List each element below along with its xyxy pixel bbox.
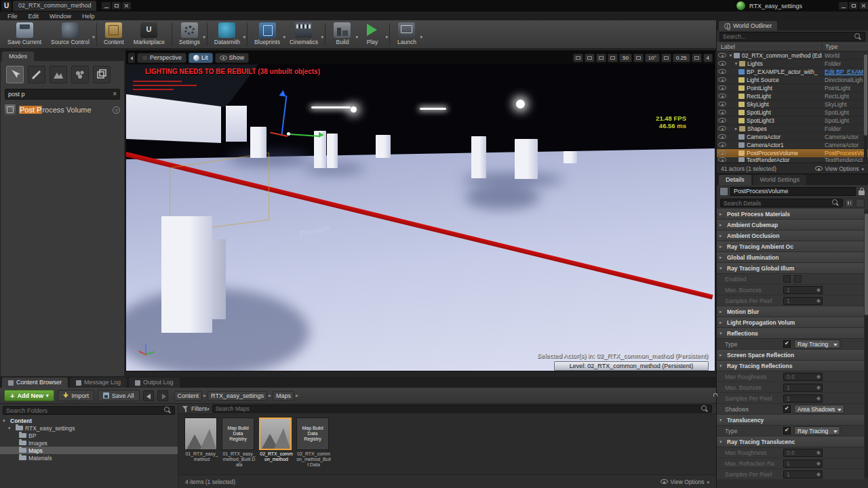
pillar[interactable] <box>564 151 577 163</box>
outliner-row[interactable]: SpotLight3SpotLight <box>717 117 868 125</box>
property-translucency-type[interactable]: TypeRay Tracing <box>717 426 864 436</box>
settings-eye-icon[interactable] <box>856 199 865 207</box>
max-roughness-input[interactable]: 0.6 <box>783 373 823 381</box>
enabled-checkbox[interactable] <box>783 275 791 283</box>
folders-search-input[interactable] <box>6 407 164 414</box>
rect-light[interactable] <box>311 106 351 108</box>
outliner-row[interactable]: TextRenderActorTextRenderAct <box>717 157 868 163</box>
section-motion-blur[interactable]: Motion Blur <box>717 306 864 317</box>
outliner-view-options[interactable]: View Options <box>815 165 864 172</box>
outliner-row[interactable]: LightsFolder <box>717 60 868 68</box>
property-max-roughness[interactable]: Max Roughness0.6 <box>717 447 864 458</box>
section-ray-tracing-reflections[interactable]: Ray Tracing Reflections <box>717 361 864 371</box>
visibility-eye-icon[interactable] <box>718 77 726 82</box>
outliner-row[interactable]: ShapesFolder <box>717 125 868 133</box>
forward-button[interactable] <box>157 390 168 401</box>
gizmo-center[interactable] <box>287 132 290 136</box>
maximize-icon[interactable] <box>112 2 121 9</box>
section-light-propagation-volume[interactable]: Light Propagation Volum <box>717 317 864 328</box>
type-checkbox[interactable] <box>783 340 791 348</box>
outliner-row-selected[interactable]: PostProcessVolumePostProcessVo <box>717 149 868 157</box>
save-current-button[interactable]: Save Current <box>3 22 46 46</box>
asset-tile[interactable]: Map Build Data Registry 01_RTX_easy_meth… <box>222 418 256 468</box>
menu-file[interactable]: File <box>3 13 22 20</box>
add-new-button[interactable]: Add New <box>4 390 54 401</box>
tree-item-bp[interactable]: BP <box>0 432 178 439</box>
tab-message-log[interactable]: Message Log <box>70 378 127 388</box>
property-enabled[interactable]: Enabled <box>717 274 864 285</box>
type-checkbox[interactable] <box>783 427 791 434</box>
level-title-tab[interactable]: 02_RTX_common_method <box>13 1 96 11</box>
reset-box[interactable] <box>794 275 802 283</box>
property-samples-per-pixel[interactable]: Samples Per Pixel1 <box>717 393 864 404</box>
tab-details[interactable]: Details <box>719 175 751 185</box>
section-translucency[interactable]: Translucency <box>717 415 864 426</box>
max-roughness-input[interactable]: 0.6 <box>783 449 823 457</box>
paint-mode-button[interactable] <box>28 66 45 83</box>
section-ray-tracing-ambient-occlusion[interactable]: Ray Tracing Ambient Oc <box>717 241 864 252</box>
camera-speed-value[interactable]: 4 <box>703 54 713 62</box>
tab-world-settings[interactable]: World Settings <box>753 175 806 185</box>
translucency-type-dropdown[interactable]: Ray Tracing <box>794 426 840 435</box>
pillar[interactable] <box>161 216 212 333</box>
tab-modes[interactable]: Modes <box>2 52 34 61</box>
asset-tile[interactable]: Map Build Data Registry 02_RTX_common_me… <box>296 418 331 468</box>
maximize-icon[interactable] <box>849 2 858 9</box>
reflection-type-dropdown[interactable]: Ray Tracing <box>794 340 840 348</box>
datasmith-button[interactable]: Datasmith <box>210 22 245 46</box>
outliner-row[interactable]: PointLightPointLight <box>717 84 868 92</box>
visibility-eye-icon[interactable] <box>718 126 726 131</box>
filters-button[interactable]: Filters <box>191 405 210 412</box>
visibility-eye-icon[interactable] <box>718 53 726 58</box>
tree-item-images[interactable]: Images <box>0 439 178 447</box>
max-bounces-input[interactable]: 1 <box>783 286 823 294</box>
scene-3d[interactable]: LIGHTING NEEDS TO BE REBUILT (38 unbuilt… <box>126 64 715 371</box>
outliner-row[interactable]: 02_RTX_common_method (Editor)World <box>717 52 868 60</box>
settings-button[interactable]: Settings <box>174 22 205 46</box>
marketplace-button[interactable]: Marketplace <box>129 22 170 46</box>
point-light[interactable] <box>516 100 525 108</box>
asset-tile[interactable]: 01_RTX_easy_method <box>184 418 219 468</box>
tab-output-log[interactable]: Output Log <box>129 378 180 388</box>
visibility-eye-icon[interactable] <box>718 150 726 155</box>
chevron-down-icon[interactable] <box>728 53 734 58</box>
rotation-snap-value[interactable]: 10° <box>645 54 660 62</box>
gizmo-x-axis[interactable] <box>270 132 288 137</box>
pillar[interactable] <box>471 136 486 178</box>
tree-item-content-root[interactable]: Content <box>0 417 178 424</box>
visibility-eye-icon[interactable] <box>718 118 726 123</box>
play-button[interactable]: Play <box>357 22 387 46</box>
visibility-eye-icon[interactable] <box>718 142 726 147</box>
outliner-row[interactable]: RectLightRectLight <box>717 92 868 100</box>
breadcrumb-content[interactable]: Content <box>174 391 203 401</box>
minimize-icon[interactable] <box>839 2 848 9</box>
tree-item-materials[interactable]: Materials <box>0 454 178 462</box>
section-post-process-materials[interactable]: Post Process Materials <box>717 209 864 220</box>
camera-icon[interactable] <box>596 54 606 62</box>
close-icon[interactable] <box>859 2 868 9</box>
rect-light[interactable] <box>420 108 446 110</box>
section-global-illumination[interactable]: Global Illumination <box>717 252 864 263</box>
place-mode-button[interactable] <box>6 66 24 83</box>
section-reflections[interactable]: Reflections <box>717 328 864 339</box>
view-mode-button[interactable]: Lit <box>189 53 213 63</box>
show-button[interactable]: Show <box>215 53 250 63</box>
outliner-row[interactable]: CameraActorCameraActor <box>717 133 868 141</box>
foliage-mode-button[interactable] <box>71 66 89 83</box>
maximize-viewport-icon[interactable] <box>573 54 583 62</box>
grid-snap-icon[interactable] <box>608 54 618 62</box>
property-shadows[interactable]: ShadowsArea Shadows <box>717 404 864 415</box>
breadcrumb-project[interactable]: RTX_easy_settings <box>208 391 267 401</box>
build-button[interactable]: Build <box>328 22 357 46</box>
camera-speed-icon[interactable] <box>692 54 702 62</box>
minimize-icon[interactable] <box>102 2 111 9</box>
visibility-eye-icon[interactable] <box>718 85 726 90</box>
details-scrollbar[interactable] <box>865 211 868 478</box>
details-search-input[interactable] <box>724 200 832 207</box>
property-max-bounces[interactable]: Max. Bounces1 <box>717 285 864 296</box>
outliner-scrollbar[interactable] <box>864 53 867 161</box>
visibility-eye-icon[interactable] <box>718 94 726 98</box>
tree-item-maps[interactable]: Maps <box>0 447 178 454</box>
column-type[interactable]: Type <box>822 43 868 51</box>
property-samples-per-pixel[interactable]: Samples Per Pixel1 <box>717 469 864 480</box>
